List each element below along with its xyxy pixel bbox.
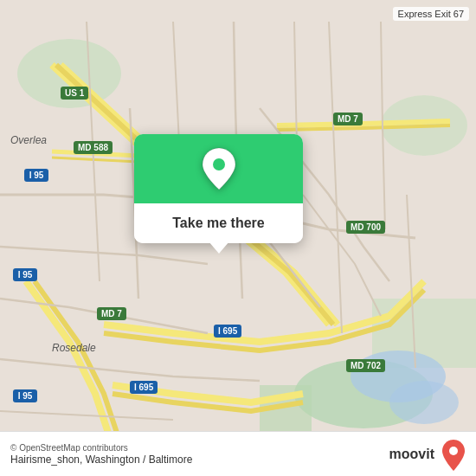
moovit-logo-icon [441,438,466,471]
moovit-logo-text: moovit [389,447,434,462]
i95-3-shield: I 95 [13,389,37,402]
popup-card: Take me there [134,134,303,243]
take-me-there-button[interactable]: Take me there [134,203,303,243]
i695-1-shield: I 695 [214,325,241,338]
svg-rect-5 [260,385,312,437]
moovit-branding: moovit [389,438,466,471]
md702-shield: MD 702 [346,359,385,372]
md7-1-shield: MD 7 [333,113,363,125]
popup-icon-area [134,134,303,203]
md700-shield: MD 700 [346,221,385,234]
i95-1-shield: I 95 [24,169,48,182]
bottom-bar: © OpenStreetMap contributors Hairisme_sh… [0,431,476,476]
svg-point-9 [449,447,458,455]
osm-copyright: © OpenStreetMap contributors [10,443,389,453]
overlea-label: Overlea [10,134,47,146]
map-container: Express Exit 67 Overlea Rosedale US 1 I … [0,0,476,476]
us1-shield: US 1 [61,87,88,100]
svg-point-8 [213,158,225,170]
rosedale-label: Rosedale [52,342,96,354]
md7-2-shield: MD 7 [97,307,126,320]
svg-point-7 [389,381,459,424]
location-pin-icon [200,150,238,188]
app-title: Hairisme_shon, Washington / Baltimore [10,453,389,466]
i95-2-shield: I 95 [13,268,37,281]
express-exit-label: Express Exit 67 [393,7,469,21]
md588-shield: MD 588 [74,141,113,154]
i695-2-shield: I 695 [130,381,158,394]
